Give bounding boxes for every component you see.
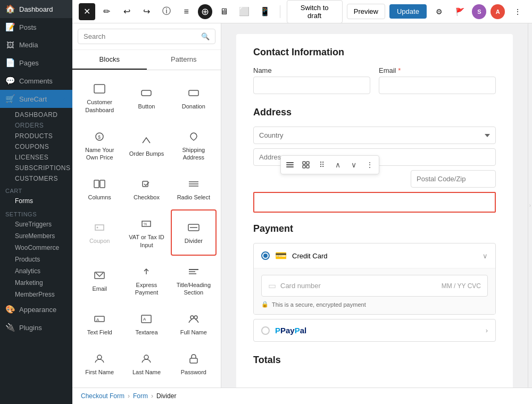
sc-customers-item[interactable]: Customers <box>0 173 72 183</box>
block-item-button[interactable]: Button <box>123 74 169 121</box>
settings-suremembers-item[interactable]: SureMembers <box>0 230 72 242</box>
user-avatar-s[interactable]: S <box>472 4 486 19</box>
preview-button[interactable]: Preview <box>347 4 385 19</box>
block-item-title-heading-section[interactable]: Title/Heading Section <box>171 257 217 303</box>
svg-text:A: A <box>96 317 99 322</box>
tablet-view-button[interactable]: ⬜ <box>236 3 253 20</box>
settings-gear-button[interactable]: ⚙ <box>431 3 447 20</box>
sc-dashboard-item[interactable]: Dashboard <box>0 108 72 120</box>
settings-memberpress-item[interactable]: MemberPress <box>0 289 72 300</box>
block-item-textarea[interactable]: A Textarea <box>123 305 169 343</box>
block-item-text-field[interactable]: A Text Field <box>77 305 122 343</box>
block-item-customer-dashboard[interactable]: Customer Dashboard <box>77 74 122 121</box>
nav-item-surecart[interactable]: 🛒 SureCart ◀ <box>0 90 72 108</box>
block-item-coupon[interactable]: Coupon <box>77 209 122 256</box>
insert-button[interactable]: ⊕ <box>198 4 212 19</box>
mobile-view-button[interactable]: 📱 <box>257 3 273 20</box>
country-select[interactable]: Country <box>253 127 496 144</box>
settings-analytics-item[interactable]: Analytics <box>0 265 72 277</box>
switch-draft-button[interactable]: Switch to draft <box>287 0 343 23</box>
block-item-vat-tax-id[interactable]: % VAT or Tax ID Input <box>123 209 169 256</box>
password-block-icon <box>184 351 203 366</box>
more-options-button[interactable]: ⋮ <box>509 3 526 20</box>
edit-button[interactable]: ✏ <box>98 3 115 20</box>
postal-input[interactable] <box>411 170 496 188</box>
sc-subscriptions-item[interactable]: Subscriptions <box>0 162 72 173</box>
redo-button[interactable]: ↪ <box>138 3 155 20</box>
block-item-columns[interactable]: Columns <box>77 170 122 208</box>
form-card: Contact Information Name Email * <box>236 34 513 388</box>
nav-item-media[interactable]: 🖼 Media <box>0 36 72 54</box>
sc-coupons-item[interactable]: Coupons <box>0 141 72 152</box>
nav-item-pages[interactable]: 📄 Pages <box>0 54 72 72</box>
block-item-express-payment[interactable]: Express Payment <box>123 257 169 303</box>
last-name-block-label: Last Name <box>132 368 161 376</box>
name-your-own-price-block-icon: $ <box>90 129 109 144</box>
flag-button[interactable]: 🚩 <box>452 3 468 20</box>
desktop-view-button[interactable]: 🖥 <box>215 3 232 20</box>
settings-suretriggers-item[interactable]: SureTriggers <box>0 218 72 230</box>
block-item-divider[interactable]: Divider <box>171 209 217 256</box>
divider-grid-button[interactable]: ⠿ <box>314 157 329 172</box>
credit-card-header[interactable]: 💳 Credit Card ∨ <box>254 243 495 268</box>
breadcrumb-sep-2: › <box>151 392 153 400</box>
settings-marketing-item[interactable]: Marketing <box>0 277 72 289</box>
svg-rect-33 <box>303 165 305 168</box>
name-input[interactable] <box>253 77 370 94</box>
list-view-button[interactable]: ≡ <box>178 3 195 20</box>
nav-item-appearance[interactable]: 🎨 Appearance <box>0 300 72 318</box>
search-input[interactable] <box>84 32 198 40</box>
block-item-name-your-own-price[interactable]: $ Name Your Own Price <box>77 122 122 168</box>
right-resize-handle[interactable]: › <box>528 23 532 388</box>
block-item-last-name[interactable]: Last Name <box>123 344 169 383</box>
svg-rect-29 <box>286 164 294 165</box>
block-item-donation[interactable]: Donation <box>171 74 217 121</box>
media-nav-label: Media <box>19 41 38 49</box>
nav-item-plugins[interactable]: 🔌 Plugins <box>0 318 72 336</box>
first-name-block-label: First Name <box>85 368 114 376</box>
breadcrumb-checkout-form[interactable]: Checkout Form <box>81 392 124 400</box>
sc-licenses-item[interactable]: Licenses <box>0 152 72 162</box>
divider-up-button[interactable]: ∧ <box>330 157 345 172</box>
block-item-first-name[interactable]: First Name <box>77 344 122 383</box>
settings-woocommerce-item[interactable]: WooCommerce <box>0 242 72 254</box>
divider-input[interactable] <box>253 192 496 213</box>
nav-item-comments[interactable]: 💬 Comments <box>0 72 72 90</box>
block-item-shipping-address[interactable]: Shipping Address <box>171 122 217 168</box>
block-item-email[interactable]: Email <box>77 257 122 303</box>
block-item-full-name[interactable]: Full Name <box>171 305 217 343</box>
nav-item-posts[interactable]: 📝 Posts <box>0 18 72 36</box>
email-input[interactable] <box>379 77 496 94</box>
credit-card-expand-icon[interactable]: ∨ <box>483 252 488 260</box>
undo-button[interactable]: ↩ <box>119 3 135 20</box>
breadcrumb-form[interactable]: Form <box>133 392 148 400</box>
credit-card-radio[interactable] <box>261 251 270 260</box>
columns-block-label: Columns <box>88 193 111 201</box>
sc-products-item[interactable]: Products <box>0 130 72 141</box>
nav-item-dashboard[interactable]: 🏠 Dashboard <box>0 0 72 18</box>
block-item-password[interactable]: Password <box>171 344 217 383</box>
update-button[interactable]: Update <box>389 4 427 19</box>
paypal-option[interactable]: PPayPal › <box>253 319 496 342</box>
divider-align-button[interactable] <box>298 157 313 172</box>
block-item-order-bumps[interactable]: Order Bumps <box>123 122 169 168</box>
block-item-checkbox[interactable]: Checkbox <box>123 170 169 208</box>
divider-down-button[interactable]: ∨ <box>346 157 361 172</box>
divider-content-button[interactable] <box>282 157 297 172</box>
handle-icon: › <box>529 203 531 208</box>
user-avatar-a[interactable]: A <box>491 4 505 19</box>
block-item-radio-select[interactable]: Radio Select <box>171 170 217 208</box>
settings-products-item[interactable]: Products <box>0 254 72 265</box>
tab-patterns[interactable]: Patterns <box>147 50 221 70</box>
tab-blocks[interactable]: Blocks <box>72 50 147 70</box>
paypal-radio[interactable] <box>261 326 270 335</box>
appearance-icon: 🎨 <box>5 305 15 314</box>
info-button[interactable]: ⓘ <box>158 3 174 20</box>
sc-orders-item[interactable]: Orders <box>0 120 72 130</box>
divider-more-button[interactable]: ⋮ <box>362 157 377 172</box>
main-area: ✕ ✏ ↩ ↪ ⓘ ≡ ⊕ 🖥 ⬜ 📱 Switch to draft Prev… <box>72 0 532 404</box>
surecart-nav-label: SureCart <box>19 95 47 103</box>
svg-text:%: % <box>144 222 147 226</box>
cart-forms-item[interactable]: Forms <box>0 195 72 207</box>
close-button[interactable]: ✕ <box>79 3 95 20</box>
